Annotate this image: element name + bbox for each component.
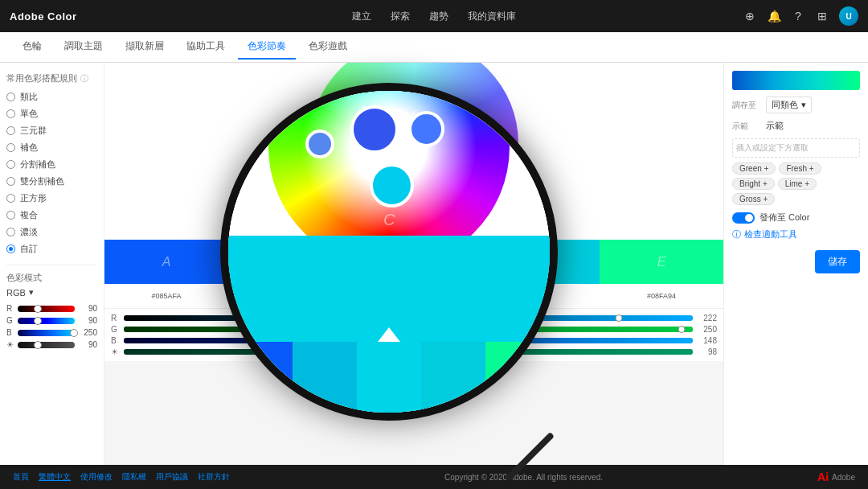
nav-explore[interactable]: 探索 xyxy=(391,10,410,23)
harmony-dropdown[interactable]: 同類色 ▾ xyxy=(766,97,812,113)
color-wheel-area[interactable] xyxy=(104,63,723,240)
rule-complementary[interactable]: 補色 xyxy=(6,142,97,154)
rule-custom[interactable]: 自訂 xyxy=(6,243,97,255)
swatch-c-letter: C xyxy=(409,243,419,257)
publish-toggle[interactable] xyxy=(732,212,755,224)
color-handle-active[interactable] xyxy=(402,151,439,188)
center-wrapper: A #085AFA B #07... C xyxy=(104,63,723,465)
slider-brightness-thumb[interactable] xyxy=(34,341,42,349)
app-title: Adobe Color xyxy=(10,10,77,23)
apps-icon[interactable]: ⊞ xyxy=(815,9,829,23)
nav-trends[interactable]: 趨勢 xyxy=(429,10,448,23)
help-icon[interactable]: ? xyxy=(791,9,805,23)
radio-compound-indicator xyxy=(6,211,15,220)
center-slider-b-thumb[interactable] xyxy=(450,337,457,344)
tags-row-2: Bright + Lime + xyxy=(732,178,860,190)
rule-triad[interactable]: 三元群 xyxy=(6,125,97,137)
slider-g-track[interactable] xyxy=(18,318,75,324)
main-layout: 常用色彩搭配規則 ⓘ 類比 單色 三元群 補色 分割補色 雙分割補色 xyxy=(0,63,868,465)
footer-terms[interactable]: 用戶協議 xyxy=(156,471,188,483)
tag-lime[interactable]: Lime + xyxy=(778,178,817,190)
slider-b-track[interactable] xyxy=(18,330,75,336)
slider-g-thumb[interactable] xyxy=(34,317,42,325)
center-slider-b-row: B 148 xyxy=(111,336,717,345)
slider-b-value: 250 xyxy=(78,328,97,337)
slider-g-row: G 90 xyxy=(6,316,97,325)
top-nav: Adobe Color 建立 探索 趨勢 我的資料庫 ⊕ 🔔 ? ⊞ U xyxy=(0,0,868,32)
globe-icon[interactable]: ⊕ xyxy=(743,9,757,23)
tab-color-wheel[interactable]: 色輪 xyxy=(13,35,51,60)
footer-copyright: Copyright © 2020 Adobe. All rights reser… xyxy=(444,473,603,482)
tag-gross[interactable]: Gross + xyxy=(732,193,775,205)
accessibility-link[interactable]: 檢查適動工具 xyxy=(744,228,797,240)
color-handle-3[interactable] xyxy=(290,135,313,158)
color-mode-select[interactable]: RGB ▾ xyxy=(6,287,97,298)
radio-double-indicator xyxy=(6,177,15,186)
tab-tools[interactable]: 協助工具 xyxy=(177,35,235,60)
tab-palette[interactable]: 色彩節奏 xyxy=(238,35,296,60)
rule-double[interactable]: 雙分割補色 xyxy=(6,175,97,187)
footer-community[interactable]: 社群方針 xyxy=(198,471,230,483)
tab-game[interactable]: 色彩遊戲 xyxy=(299,35,357,60)
slider-g-value: 90 xyxy=(78,316,97,325)
top-nav-right: ⊕ 🔔 ? ⊞ U xyxy=(743,6,858,26)
swatch-c-arrow xyxy=(407,277,420,285)
swatch-a-letter: A xyxy=(162,255,171,269)
harmony-label: 調存至 xyxy=(732,100,761,111)
swatch-e[interactable]: E #08FA94 xyxy=(600,240,723,308)
nav-create[interactable]: 建立 xyxy=(352,10,371,23)
tab-extract[interactable]: 擷取新層 xyxy=(116,35,174,60)
toggle-row: 發佈至 Color xyxy=(732,212,860,224)
rule-compound[interactable]: 複合 xyxy=(6,209,97,221)
export-button[interactable]: 儲存 xyxy=(815,250,860,273)
tag-fresh[interactable]: Fresh + xyxy=(779,162,821,175)
avatar[interactable]: U xyxy=(839,6,858,26)
center-slider-r-thumb[interactable] xyxy=(615,314,622,322)
slider-r-thumb[interactable] xyxy=(34,305,42,313)
tab-theme[interactable]: 調取主題 xyxy=(55,35,113,60)
slider-r-track[interactable] xyxy=(18,306,75,312)
center-slider-g-track[interactable] xyxy=(124,327,693,332)
accessibility-link-row[interactable]: ⓘ 檢查適動工具 xyxy=(732,228,860,240)
center-slider-b-track[interactable] xyxy=(124,338,693,343)
swatch-c[interactable]: C #00D4E8 xyxy=(352,240,476,308)
rule-split[interactable]: 分割補色 xyxy=(6,158,97,171)
rule-analogous[interactable]: 類比 xyxy=(6,91,97,103)
tag-green[interactable]: Green + xyxy=(732,162,776,175)
slider-brightness-row: ☀ 90 xyxy=(6,340,97,349)
center-slider-r-track[interactable] xyxy=(124,315,693,321)
swatch-c-color: C xyxy=(352,240,476,284)
footer-modify[interactable]: 使用修改 xyxy=(80,471,113,483)
tags-row-1: Green + Fresh + xyxy=(732,162,860,175)
center-slider-bright-track[interactable] xyxy=(124,349,693,355)
rule-monochromatic[interactable]: 單色 xyxy=(6,108,97,120)
show-label: 示範 xyxy=(732,121,761,132)
radio-triad-indicator xyxy=(6,126,15,135)
center-slider-bright-thumb[interactable] xyxy=(325,348,332,355)
radio-square-indicator xyxy=(6,194,15,203)
slider-brightness-value: 90 xyxy=(78,340,97,349)
swatch-b[interactable]: B #07... xyxy=(228,240,352,308)
tags-section: Green + Fresh + Bright + Lime + Gross + xyxy=(732,162,860,205)
swatch-a[interactable]: A #085AFA xyxy=(104,240,228,308)
bell-icon[interactable]: 🔔 xyxy=(767,9,781,23)
center-slider-g-thumb[interactable] xyxy=(678,326,685,333)
chevron-down-icon: ▾ xyxy=(801,100,806,110)
slider-b-thumb[interactable] xyxy=(70,329,78,337)
color-mode-section: 色彩模式 RGB ▾ R 90 G 90 xyxy=(6,265,97,349)
rule-square[interactable]: 正方形 xyxy=(6,192,97,204)
footer-lang[interactable]: 繁體中文 xyxy=(39,471,71,483)
footer-privacy[interactable]: 隱私權 xyxy=(122,471,146,483)
swatch-d[interactable]: D #00ccdd xyxy=(476,240,600,308)
palette-strip xyxy=(732,71,860,90)
tags-placeholder[interactable]: 插入或設定下方選取 xyxy=(732,138,860,158)
slider-b-row: B 250 xyxy=(6,328,97,337)
footer-home[interactable]: 首頁 xyxy=(13,471,29,483)
tag-bright[interactable]: Bright + xyxy=(732,178,775,190)
slider-brightness-track[interactable] xyxy=(18,342,75,348)
sidebar-section-title: 常用色彩搭配規則 ⓘ xyxy=(6,72,97,84)
color-handle-2[interactable] xyxy=(451,119,480,148)
radio-custom-indicator xyxy=(6,244,15,253)
rule-shades[interactable]: 濃淡 xyxy=(6,226,97,238)
nav-library[interactable]: 我的資料庫 xyxy=(468,10,516,23)
